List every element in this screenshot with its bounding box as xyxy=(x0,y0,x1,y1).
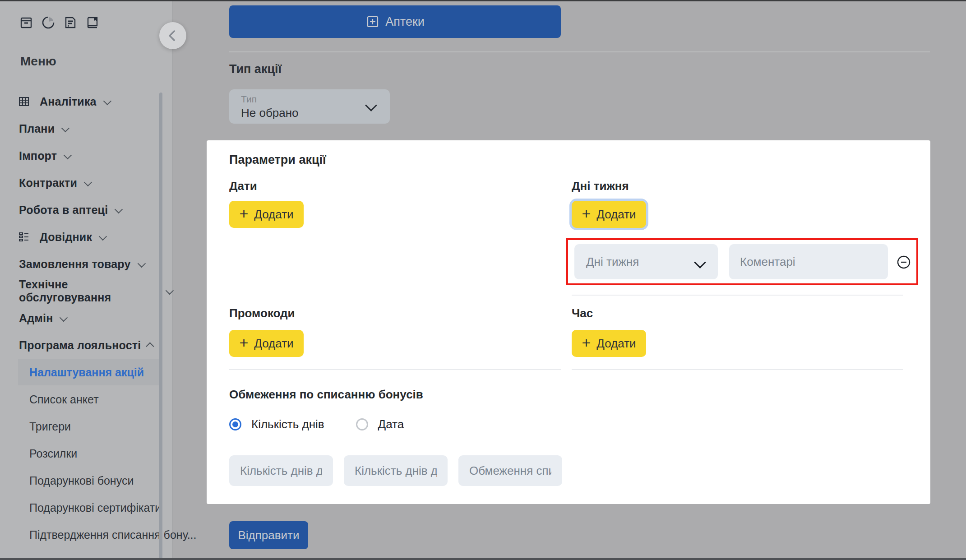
sidebar-collapse-button[interactable] xyxy=(159,22,186,49)
sidebar-subitem-label: Подарункові бонуси xyxy=(29,474,134,487)
submit-button-label: Відправити xyxy=(238,528,299,542)
sidebar-subitem-label: Налаштування акцій xyxy=(29,366,144,379)
plus-icon: + xyxy=(239,335,248,350)
promo-params-title: Параметри акції xyxy=(229,153,326,167)
radio-days-selected[interactable] xyxy=(229,418,241,430)
sidebar-subitem-label: Підтвердження списання бону... xyxy=(29,528,196,541)
add-date-button[interactable]: + Додати xyxy=(229,201,304,228)
sidebar-item-pharmacy-work[interactable]: Робота в аптеці xyxy=(0,196,172,223)
add-weekday-button-label: Додати xyxy=(596,208,636,222)
select-current-value: Не обрано xyxy=(241,106,378,120)
radio-date-label: Дата xyxy=(378,417,404,431)
writeoff-limit-input[interactable] xyxy=(458,455,562,486)
section-divider xyxy=(229,51,930,52)
pharmacies-button[interactable]: Аптеки xyxy=(229,5,561,38)
sidebar-item-plans[interactable]: Плани xyxy=(0,115,172,142)
sidebar-item-label: Контракти xyxy=(19,176,77,190)
radio-date-unselected[interactable] xyxy=(356,418,368,430)
add-time-button[interactable]: + Додати xyxy=(572,330,646,357)
sidebar-item-label: Адмін xyxy=(19,312,53,325)
sidebar: Меню Аналітика Плани Імпорт Контр xyxy=(0,0,173,560)
list-details-icon xyxy=(19,231,30,242)
days-before-input[interactable] xyxy=(229,455,333,486)
sidebar-subitem-label: Тригери xyxy=(29,420,71,433)
sidebar-subitem-triggers[interactable]: Тригери xyxy=(0,413,172,440)
chevron-left-icon xyxy=(168,30,180,41)
submit-button[interactable]: Відправити xyxy=(229,521,308,549)
sidebar-subitem-gift-certificates[interactable]: Подарункові сертифікати xyxy=(0,494,172,521)
pie-chart-icon[interactable] xyxy=(41,15,55,30)
plus-icon: + xyxy=(239,206,248,221)
add-promocode-button[interactable]: + Додати xyxy=(229,330,304,357)
row-divider xyxy=(572,295,903,296)
days-duration-input[interactable] xyxy=(344,455,448,486)
sidebar-item-maintenance[interactable]: Технічне обслуговування xyxy=(0,278,172,305)
chevron-down-icon xyxy=(84,178,92,186)
screen-bottom-edge xyxy=(0,558,966,560)
add-promocode-button-label: Додати xyxy=(254,337,293,351)
sidebar-item-admin[interactable]: Адмін xyxy=(0,305,172,332)
radio-days-label: Кількість днів xyxy=(251,417,324,431)
sidebar-item-label: Довідник xyxy=(40,231,92,244)
plus-icon: + xyxy=(582,206,591,221)
plus-icon: + xyxy=(582,335,591,350)
section-divider xyxy=(229,369,561,370)
weekday-comment-input[interactable] xyxy=(729,244,888,279)
sidebar-subitem-gift-bonuses[interactable]: Подарункові бонуси xyxy=(0,467,172,494)
sidebar-menu: Аналітика Плани Імпорт Контракти Робота … xyxy=(0,88,172,548)
sidebar-subitem-label: Подарункові сертифікати xyxy=(29,501,161,514)
dates-section-label: Дати xyxy=(229,179,257,193)
sidebar-item-label: Замовлення товару xyxy=(19,258,131,271)
weekday-select-placeholder: Дні тижня xyxy=(586,255,639,269)
chevron-down-icon xyxy=(64,151,72,159)
sidebar-item-analytics[interactable]: Аналітика xyxy=(0,88,172,115)
sidebar-item-goods-order[interactable]: Замовлення товару xyxy=(0,250,172,278)
sidebar-subitem-questionnaires[interactable]: Список анкет xyxy=(0,386,172,413)
sidebar-item-label: Імпорт xyxy=(19,149,57,162)
sidebar-quick-icons xyxy=(19,15,100,30)
chevron-down-icon xyxy=(694,256,706,268)
chevron-up-icon xyxy=(146,342,154,350)
weekday-select[interactable]: Дні тижня xyxy=(574,244,718,279)
limit-mode-radio-group: Кількість днів Дата xyxy=(229,417,404,431)
sidebar-subitem-mailings[interactable]: Розсилки xyxy=(0,440,172,467)
sidebar-item-directory[interactable]: Довідник xyxy=(0,223,172,250)
promo-params-card: Параметри акції Дати Дні тижня + Додати … xyxy=(207,140,930,504)
chevron-down-icon xyxy=(115,205,123,213)
screen-top-edge xyxy=(0,0,966,1)
chevron-down-icon xyxy=(60,313,68,321)
archive-box-icon[interactable] xyxy=(19,15,33,30)
sidebar-item-label: Технічне обслуговування xyxy=(19,278,159,304)
limit-inputs-row xyxy=(229,455,562,486)
sidebar-item-loyalty-program[interactable]: Програма лояльності xyxy=(0,332,172,359)
sidebar-item-import[interactable]: Імпорт xyxy=(0,142,172,169)
add-date-button-label: Додати xyxy=(254,208,293,222)
promo-type-select[interactable]: Тип Не обрано xyxy=(229,89,390,124)
promo-type-heading: Тип акції xyxy=(229,62,282,76)
sidebar-subitem-promo-settings[interactable]: Налаштування акцій xyxy=(0,359,172,386)
pharmacies-button-label: Аптеки xyxy=(385,15,425,29)
sidebar-scrollbar[interactable] xyxy=(159,93,162,560)
weekdays-section-label: Дні тижня xyxy=(572,179,629,193)
sidebar-item-label: Робота в аптеці xyxy=(19,204,108,217)
sidebar-item-label: Плани xyxy=(19,122,55,135)
sidebar-item-label: Аналітика xyxy=(40,95,97,108)
chevron-down-icon xyxy=(99,232,107,240)
plus-square-icon xyxy=(365,14,380,29)
bonus-limits-heading: Обмеження по списанню бонусів xyxy=(229,388,423,402)
sidebar-item-contracts[interactable]: Контракти xyxy=(0,169,172,196)
document-icon[interactable] xyxy=(63,15,78,30)
section-divider xyxy=(572,369,903,370)
active-item-highlight: Налаштування акцій xyxy=(18,359,161,385)
add-time-button-label: Додати xyxy=(596,337,636,351)
sidebar-subitem-writeoff-confirmation[interactable]: Підтвердження списання бону... xyxy=(0,521,172,548)
select-floating-label: Тип xyxy=(241,94,378,105)
book-icon[interactable] xyxy=(85,15,100,30)
table-icon xyxy=(19,96,30,107)
sidebar-menu-title: Меню xyxy=(20,54,56,69)
remove-row-button[interactable] xyxy=(896,255,911,270)
minus-circle-icon xyxy=(896,255,911,270)
add-weekday-button[interactable]: + Додати xyxy=(572,201,646,228)
sidebar-subitem-label: Список анкет xyxy=(29,393,99,406)
promocodes-section-label: Промокоди xyxy=(229,306,295,320)
